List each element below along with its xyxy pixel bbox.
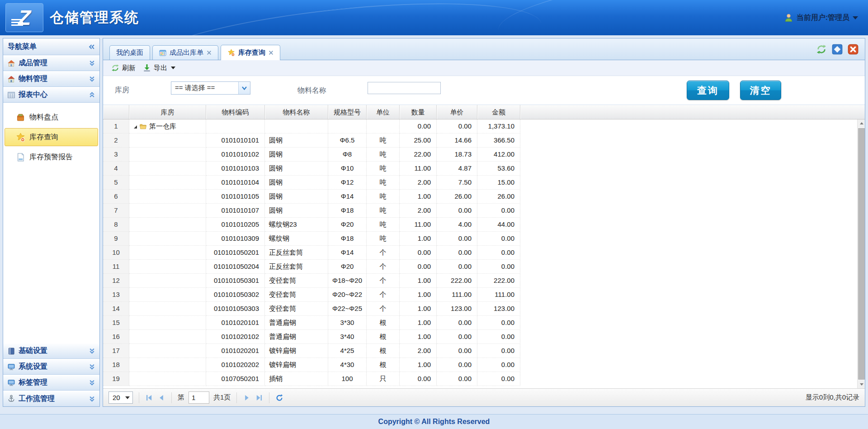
grid-cell: Φ10: [328, 162, 367, 176]
material-name-input[interactable]: [368, 82, 441, 94]
table-row[interactable]: 1第一仓库0.000.001,373.10: [103, 119, 857, 133]
grid-cell: 吨: [367, 133, 400, 148]
grid-cell: Φ6.5: [328, 133, 367, 148]
grid-cell: [129, 246, 206, 260]
table-row[interactable]: 12010101050301变径套筒Φ18~Φ20个1.00222.00222.…: [103, 274, 857, 288]
table-row[interactable]: 80101010205螺纹钢23Φ20吨11.004.0044.00: [103, 218, 857, 232]
sidebar-section-report-center[interactable]: 报表中心: [3, 87, 99, 103]
grid-cell: 2.00: [400, 176, 437, 190]
export-button[interactable]: 导出: [141, 62, 178, 74]
table-row[interactable]: 40101010103圆钢Φ10吨11.004.8753.60: [103, 162, 857, 176]
fullscreen-icon[interactable]: [832, 44, 843, 55]
refresh-button[interactable]: 刷新: [109, 62, 138, 74]
warehouse-select[interactable]: == 请选择 ==: [171, 81, 250, 95]
table-row[interactable]: 190107050201插销100只0.000.000.00: [103, 372, 857, 386]
table-row[interactable]: 13010101050302变径套筒Φ20~Φ22个1.00111.00111.…: [103, 288, 857, 302]
close-tab-icon[interactable]: [848, 44, 859, 55]
column-header[interactable]: 规格型号: [328, 105, 367, 119]
table-row[interactable]: 11010101050204正反丝套筒Φ20个0.000.000.00: [103, 260, 857, 274]
sidebar-section-basic-settings[interactable]: 基础设置: [3, 343, 99, 359]
table-row[interactable]: 160101020102普通扁钢3*40根1.000.000.00: [103, 330, 857, 344]
tree-expand-icon[interactable]: [134, 125, 137, 129]
grid-cell: 变径套筒: [265, 302, 328, 316]
sidebar-section-label-mgmt[interactable]: 标签管理: [3, 375, 99, 391]
page-number-input[interactable]: [189, 391, 209, 404]
grid-cell: 0.00: [477, 330, 520, 344]
last-page-button[interactable]: [255, 394, 263, 402]
grid-cell: 010101050302: [206, 288, 265, 302]
grid-cell: Φ20: [328, 260, 367, 274]
tab-label: 库存查询: [238, 48, 265, 57]
row-number: 15: [103, 316, 129, 330]
menu-item-inventory-alert-report[interactable]: 库存预警报告: [5, 148, 98, 166]
column-header[interactable]: 物料名称: [265, 105, 328, 119]
sidebar-section-product-mgmt[interactable]: 成品管理: [3, 55, 99, 71]
chevron-double-down-icon: [89, 348, 95, 354]
user-caret-icon: [853, 16, 858, 19]
sidebar-section-workflow-mgmt[interactable]: 工作流管理: [3, 391, 99, 406]
clear-button[interactable]: 清空: [740, 81, 781, 100]
table-row[interactable]: 170101020201镀锌扁钢4*25根2.000.000.00: [103, 344, 857, 358]
column-header[interactable]: 库房: [129, 105, 206, 119]
prev-page-button[interactable]: [157, 394, 165, 402]
sidebar-header: 导航菜单: [3, 38, 99, 55]
grid-cell: 0.00: [437, 204, 477, 218]
column-header[interactable]: 数量: [400, 105, 437, 119]
grid-cell: 111.00: [437, 288, 477, 302]
sidebar-collapse-icon[interactable]: [88, 43, 95, 50]
table-row[interactable]: 10010101050201正反丝套筒Φ14个0.000.000.00: [103, 246, 857, 260]
column-header[interactable]: 物料编码: [206, 105, 265, 119]
tab-inventory-query[interactable]: 库存查询: [221, 45, 280, 60]
tab-my-desktop[interactable]: 我的桌面: [109, 45, 150, 60]
pager-refresh-button[interactable]: [275, 394, 283, 402]
tab-close-icon[interactable]: [269, 50, 274, 55]
combo-trigger[interactable]: [238, 82, 250, 94]
table-row[interactable]: 50101010104圆钢Φ12吨2.007.5015.00: [103, 176, 857, 190]
grid-cell: 2.00: [400, 204, 437, 218]
table-row[interactable]: 150101020101普通扁钢3*30根1.000.000.00: [103, 316, 857, 330]
table-row[interactable]: 90101010309螺纹钢Φ18吨1.000.000.00: [103, 232, 857, 246]
pager-separator: [269, 392, 269, 403]
column-header[interactable]: 单位: [367, 105, 400, 119]
chevron-double-up-icon: [89, 91, 95, 98]
page-size-select[interactable]: 20: [108, 391, 133, 404]
home-icon: [7, 75, 15, 83]
tab-close-icon[interactable]: [207, 50, 212, 55]
scrollbar-up-button[interactable]: [858, 119, 865, 127]
refresh-tabs-icon[interactable]: [816, 44, 827, 55]
grid-cell: 0101020201: [206, 344, 265, 358]
sidebar-section-material-mgmt[interactable]: 物料管理: [3, 71, 99, 87]
grid-cell: Φ14: [328, 190, 367, 204]
scrollbar-thumb[interactable]: [858, 128, 865, 380]
chevron-down-icon: [241, 86, 247, 91]
grid-cell: 4.00: [437, 218, 477, 232]
column-header[interactable]: 金额: [477, 105, 520, 119]
row-number: 4: [103, 162, 129, 176]
sidebar-section-system-settings[interactable]: 系统设置: [3, 359, 99, 375]
first-page-button[interactable]: [145, 394, 153, 402]
table-row[interactable]: 70101010107圆钢Φ18吨2.000.000.00: [103, 204, 857, 218]
grid-cell: 010101050303: [206, 302, 265, 316]
query-button[interactable]: 查询: [687, 81, 729, 100]
menu-item-inventory-query[interactable]: 库存查询: [5, 128, 98, 146]
menu-item-material-stocktake[interactable]: 物料盘点: [5, 108, 98, 126]
chevron-double-down-icon: [89, 363, 95, 370]
section-label: 标签管理: [19, 378, 85, 387]
row-filler: [520, 330, 857, 344]
grid-vertical-scrollbar[interactable]: [857, 119, 865, 388]
grid-cell: 0.00: [437, 316, 477, 330]
grid-cell: 0.00: [437, 119, 477, 133]
table-row[interactable]: 14010101050303变径套筒Φ22~Φ25个1.00123.00123.…: [103, 302, 857, 316]
menu-item-label: 库存预警报告: [29, 153, 73, 162]
table-row[interactable]: 180101020202镀锌扁钢4*30根1.000.000.00: [103, 358, 857, 372]
user-menu[interactable]: 当前用户:管理员: [784, 0, 858, 35]
next-page-button[interactable]: [243, 394, 251, 402]
grid-cell: 吨: [367, 190, 400, 204]
scrollbar-down-button[interactable]: [858, 381, 865, 388]
table-row[interactable]: 30101010102圆钢Φ8吨22.0018.73412.00: [103, 148, 857, 162]
tab-product-outbound[interactable]: 成品出库单: [152, 45, 218, 60]
grid-cell: [129, 302, 206, 316]
table-row[interactable]: 60101010105圆钢Φ14吨1.0026.0026.00: [103, 190, 857, 204]
column-header[interactable]: 单价: [437, 105, 477, 119]
table-row[interactable]: 20101010101圆钢Φ6.5吨25.0014.66366.50: [103, 133, 857, 148]
